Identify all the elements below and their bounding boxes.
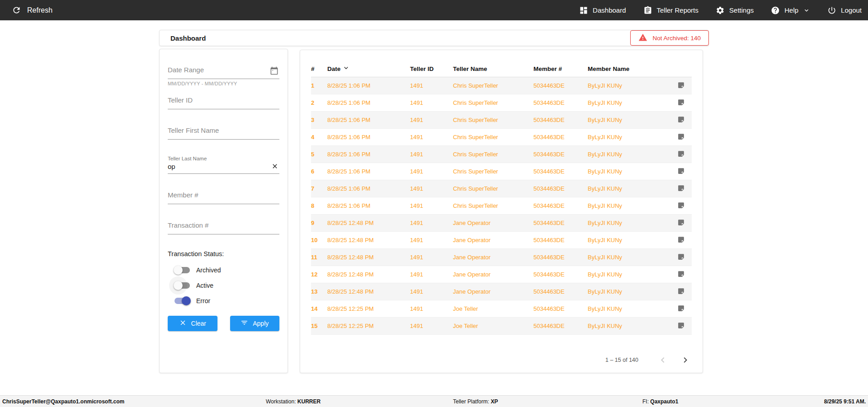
sort-down-icon — [342, 64, 350, 73]
cell-actions — [664, 98, 692, 108]
cell-member-name: ByLyJI KUNy — [588, 151, 664, 158]
note-icon[interactable] — [677, 169, 685, 176]
apply-button[interactable]: Apply — [230, 316, 280, 331]
table-row[interactable]: 108/28/25 12:48 PM1491Jane Operator50344… — [311, 232, 692, 249]
cell-num: 15 — [311, 323, 327, 329]
toggle-archived[interactable]: Archived — [175, 266, 279, 275]
cell-member-num: 5034463DE — [533, 202, 588, 209]
calendar-icon[interactable] — [270, 66, 278, 75]
member-number-field[interactable]: Member # — [168, 190, 279, 204]
page-header: Dashboard Not Archived: 140 — [159, 30, 709, 46]
nav-item-logout[interactable]: Logout — [827, 6, 862, 15]
teller-id-field[interactable]: Teller ID — [168, 95, 279, 109]
toggle-active[interactable]: Active — [175, 281, 279, 290]
cell-num: 4 — [311, 134, 327, 140]
clear-button[interactable]: Clear — [168, 316, 217, 331]
note-icon[interactable] — [677, 204, 685, 211]
cell-member-num: 5034463DE — [533, 117, 588, 123]
teller-last-name-field[interactable]: Teller Last Name op — [168, 155, 279, 174]
nav-item-dashboard[interactable]: Dashboard — [579, 6, 626, 15]
cell-member-name: ByLyJI KUNy — [588, 220, 664, 226]
teller-first-name-field[interactable]: Teller First Name — [168, 125, 279, 140]
transaction-number-field[interactable]: Transaction # — [168, 220, 279, 234]
nav-item-settings[interactable]: Settings — [716, 6, 754, 15]
cell-date: 8/28/25 12:48 PM — [327, 237, 410, 243]
cell-date: 8/28/25 12:48 PM — [327, 254, 410, 261]
col-header-date[interactable]: Date — [327, 64, 410, 73]
cell-actions — [664, 116, 692, 125]
cell-date: 8/28/25 12:48 PM — [327, 288, 410, 295]
note-icon[interactable] — [677, 84, 685, 90]
not-archived-badge[interactable]: Not Archived: 140 — [630, 30, 709, 46]
cell-num: 3 — [311, 117, 327, 123]
cell-actions — [664, 150, 692, 159]
toggle-error[interactable]: Error — [175, 296, 279, 305]
cell-member-name: ByLyJI KUNy — [588, 305, 664, 312]
note-icon[interactable] — [677, 135, 685, 142]
clear-field-icon[interactable] — [271, 163, 278, 170]
cell-teller-id: 1491 — [410, 323, 453, 329]
cell-member-num: 5034463DE — [533, 220, 588, 226]
cell-teller-id: 1491 — [410, 288, 453, 295]
table-row[interactable]: 58/28/25 1:06 PM1491Chris SuperTeller503… — [311, 146, 692, 163]
cell-actions — [664, 184, 692, 193]
filter-icon — [241, 319, 248, 328]
cell-teller-id: 1491 — [410, 168, 453, 175]
nav-item-label: Logout — [841, 6, 862, 14]
cell-actions — [664, 81, 692, 90]
note-icon[interactable] — [677, 255, 685, 262]
table-row[interactable]: 78/28/25 1:06 PM1491Chris SuperTeller503… — [311, 180, 692, 197]
note-icon[interactable] — [677, 187, 685, 193]
cell-member-num: 5034463DE — [533, 168, 588, 175]
note-icon[interactable] — [677, 272, 685, 279]
table-row[interactable]: 48/28/25 1:06 PM1491Chris SuperTeller503… — [311, 129, 692, 146]
cell-num: 12 — [311, 271, 327, 278]
table-row[interactable]: 88/28/25 1:06 PM1491Chris SuperTeller503… — [311, 197, 692, 215]
table-row[interactable]: 138/28/25 12:48 PM1491Jane Operator50344… — [311, 283, 692, 300]
table-row[interactable]: 38/28/25 1:06 PM1491Chris SuperTeller503… — [311, 112, 692, 129]
cell-date: 8/28/25 12:48 PM — [327, 271, 410, 278]
refresh-button[interactable]: Refresh — [12, 5, 52, 15]
nav-item-teller-reports[interactable]: Teller Reports — [643, 6, 699, 15]
close-icon — [179, 319, 187, 328]
cell-date: 8/28/25 12:48 PM — [327, 220, 410, 226]
teller-id-placeholder: Teller ID — [168, 95, 279, 106]
table-row[interactable]: 158/28/25 12:25 PM1491Joe Teller5034463D… — [311, 318, 692, 335]
cell-teller-id: 1491 — [410, 117, 453, 123]
cell-teller-id: 1491 — [410, 134, 453, 140]
note-icon[interactable] — [677, 118, 685, 125]
cell-member-name: ByLyJI KUNy — [588, 254, 664, 261]
cell-date: 8/28/25 1:06 PM — [327, 151, 410, 158]
teller-last-name-value: op — [168, 162, 279, 172]
table-row[interactable]: 128/28/25 12:48 PM1491Jane Operator50344… — [311, 266, 692, 283]
cell-member-name: ByLyJI KUNy — [588, 288, 664, 295]
chevron-down-icon — [803, 7, 810, 14]
note-icon[interactable] — [677, 307, 685, 313]
cell-teller-name: Jane Operator — [453, 254, 533, 261]
cell-actions — [664, 322, 692, 331]
table-row[interactable]: 28/28/25 1:06 PM1491Chris SuperTeller503… — [311, 94, 692, 112]
note-icon[interactable] — [677, 290, 685, 296]
note-icon[interactable] — [677, 221, 685, 228]
next-page-button[interactable] — [680, 355, 691, 365]
table-row[interactable]: 18/28/25 1:06 PM1491Chris SuperTeller503… — [311, 77, 692, 94]
table-row[interactable]: 68/28/25 1:06 PM1491Chris SuperTeller503… — [311, 163, 692, 180]
cell-teller-id: 1491 — [410, 151, 453, 158]
table-row[interactable]: 98/28/25 12:48 PM1491Jane Operator503446… — [311, 215, 692, 232]
note-icon[interactable] — [677, 238, 685, 245]
date-range-field[interactable]: Date Range MM/DD/YYYY - MM/DD/YYYY — [168, 65, 279, 79]
nav-item-help[interactable]: Help — [771, 6, 810, 15]
note-icon[interactable] — [677, 324, 685, 331]
clear-button-label: Clear — [191, 320, 206, 327]
note-icon[interactable] — [677, 152, 685, 159]
cell-teller-name: Chris SuperTeller — [453, 168, 533, 175]
workstation-info: Workstation: KURRER — [266, 398, 321, 405]
filter-actions: Clear Apply — [168, 316, 279, 331]
nav-menu: Dashboard Teller Reports Settings Help L… — [579, 6, 862, 15]
toggle-switch — [175, 281, 190, 290]
cell-actions — [664, 219, 692, 228]
previous-page-button[interactable] — [657, 355, 668, 365]
table-row[interactable]: 148/28/25 12:25 PM1491Joe Teller5034463D… — [311, 300, 692, 318]
table-row[interactable]: 118/28/25 12:48 PM1491Jane Operator50344… — [311, 249, 692, 266]
note-icon[interactable] — [677, 101, 685, 108]
